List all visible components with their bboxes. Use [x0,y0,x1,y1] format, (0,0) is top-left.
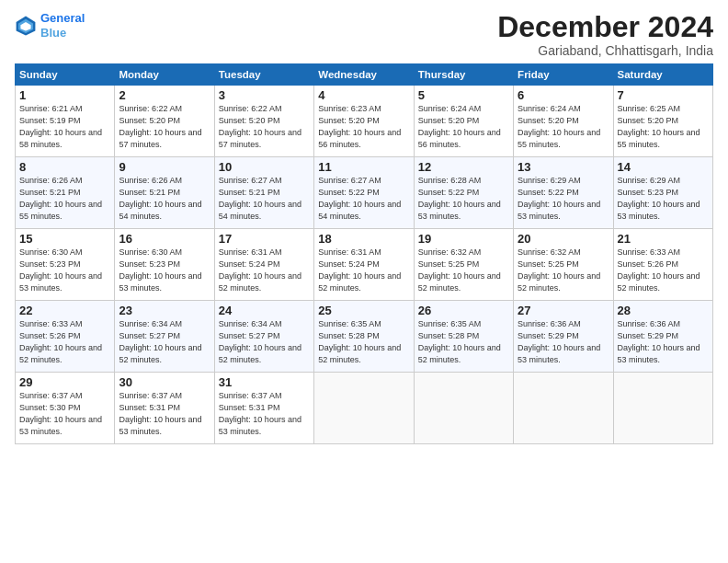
calendar-cell: 21Sunrise: 6:33 AMSunset: 5:26 PMDayligh… [613,229,712,301]
calendar-cell: 4Sunrise: 6:23 AMSunset: 5:20 PMDaylight… [314,86,414,157]
logo-icon [15,15,37,37]
day-number: 21 [618,232,709,246]
day-number: 23 [119,304,210,317]
day-number: 20 [518,232,609,246]
day-number: 22 [19,304,110,317]
day-number: 9 [119,160,210,174]
calendar-week-3: 15Sunrise: 6:30 AMSunset: 5:23 PMDayligh… [16,229,713,301]
day-number: 30 [119,375,210,389]
day-number: 12 [418,160,509,174]
calendar-cell: 26Sunrise: 6:35 AMSunset: 5:28 PMDayligh… [414,301,513,373]
calendar-cell: 29Sunrise: 6:37 AMSunset: 5:30 PMDayligh… [16,373,115,444]
cell-text: Sunrise: 6:21 AMSunset: 5:19 PMDaylight:… [19,104,102,149]
cell-text: Sunrise: 6:27 AMSunset: 5:21 PMDaylight:… [219,176,301,221]
header: GeneralBlue December 2024 Gariaband, Chh… [15,11,713,58]
day-number: 25 [318,304,409,317]
logo-text: GeneralBlue [40,11,85,40]
calendar-cell: 11Sunrise: 6:27 AMSunset: 5:22 PMDayligh… [314,157,414,229]
cell-text: Sunrise: 6:29 AMSunset: 5:22 PMDaylight:… [518,176,600,221]
calendar-cell: 1Sunrise: 6:21 AMSunset: 5:19 PMDaylight… [16,86,115,157]
calendar-cell [414,373,513,444]
weekday-header-wednesday: Wednesday [314,64,414,86]
day-number: 24 [219,304,310,317]
day-number: 28 [618,304,709,317]
cell-text: Sunrise: 6:35 AMSunset: 5:28 PMDaylight:… [418,319,501,364]
calendar-cell: 6Sunrise: 6:24 AMSunset: 5:20 PMDaylight… [514,86,613,157]
cell-text: Sunrise: 6:24 AMSunset: 5:20 PMDaylight:… [418,104,501,149]
day-number: 13 [518,160,609,174]
cell-text: Sunrise: 6:31 AMSunset: 5:24 PMDaylight:… [318,247,401,293]
cell-text: Sunrise: 6:37 AMSunset: 5:31 PMDaylight:… [219,391,301,436]
cell-text: Sunrise: 6:37 AMSunset: 5:31 PMDaylight:… [119,391,201,436]
cell-text: Sunrise: 6:24 AMSunset: 5:20 PMDaylight:… [518,104,600,149]
calendar-week-5: 29Sunrise: 6:37 AMSunset: 5:30 PMDayligh… [16,373,713,444]
cell-text: Sunrise: 6:36 AMSunset: 5:29 PMDaylight:… [618,319,700,364]
cell-text: Sunrise: 6:28 AMSunset: 5:22 PMDaylight:… [418,176,501,221]
cell-text: Sunrise: 6:32 AMSunset: 5:25 PMDaylight:… [418,247,501,293]
calendar-cell [314,373,414,444]
calendar-cell: 19Sunrise: 6:32 AMSunset: 5:25 PMDayligh… [414,229,513,301]
cell-text: Sunrise: 6:22 AMSunset: 5:20 PMDaylight:… [119,104,201,149]
calendar-body: 1Sunrise: 6:21 AMSunset: 5:19 PMDaylight… [16,86,713,444]
day-number: 26 [418,304,509,317]
cell-text: Sunrise: 6:27 AMSunset: 5:22 PMDaylight:… [318,176,401,221]
calendar-cell: 10Sunrise: 6:27 AMSunset: 5:21 PMDayligh… [214,157,313,229]
weekday-header-monday: Monday [115,64,214,86]
calendar-cell: 16Sunrise: 6:30 AMSunset: 5:23 PMDayligh… [115,229,214,301]
cell-text: Sunrise: 6:30 AMSunset: 5:23 PMDaylight:… [19,247,102,293]
day-number: 10 [219,160,310,174]
cell-text: Sunrise: 6:33 AMSunset: 5:26 PMDaylight:… [618,247,700,293]
calendar-cell: 9Sunrise: 6:26 AMSunset: 5:21 PMDaylight… [115,157,214,229]
day-number: 17 [219,232,310,246]
day-number: 2 [119,88,210,102]
weekday-header-friday: Friday [514,64,613,86]
calendar-cell: 14Sunrise: 6:29 AMSunset: 5:23 PMDayligh… [613,157,712,229]
cell-text: Sunrise: 6:34 AMSunset: 5:27 PMDaylight:… [119,319,201,364]
cell-text: Sunrise: 6:35 AMSunset: 5:28 PMDaylight:… [318,319,401,364]
day-number: 4 [318,88,409,102]
calendar-container: GeneralBlue December 2024 Gariaband, Chh… [0,0,728,452]
cell-text: Sunrise: 6:26 AMSunset: 5:21 PMDaylight:… [19,176,102,221]
day-number: 16 [119,232,210,246]
calendar-week-4: 22Sunrise: 6:33 AMSunset: 5:26 PMDayligh… [16,301,713,373]
cell-text: Sunrise: 6:29 AMSunset: 5:23 PMDaylight:… [618,176,700,221]
day-number: 14 [618,160,709,174]
calendar-cell: 31Sunrise: 6:37 AMSunset: 5:31 PMDayligh… [214,373,313,444]
calendar-week-1: 1Sunrise: 6:21 AMSunset: 5:19 PMDaylight… [16,86,713,157]
cell-text: Sunrise: 6:32 AMSunset: 5:25 PMDaylight:… [518,247,600,293]
calendar-cell: 27Sunrise: 6:36 AMSunset: 5:29 PMDayligh… [514,301,613,373]
cell-text: Sunrise: 6:30 AMSunset: 5:23 PMDaylight:… [119,247,201,293]
location-title: Gariaband, Chhattisgarh, India [497,43,713,58]
day-number: 19 [418,232,509,246]
cell-text: Sunrise: 6:31 AMSunset: 5:24 PMDaylight:… [219,247,301,293]
calendar-cell: 17Sunrise: 6:31 AMSunset: 5:24 PMDayligh… [214,229,313,301]
day-number: 18 [318,232,409,246]
calendar-cell: 23Sunrise: 6:34 AMSunset: 5:27 PMDayligh… [115,301,214,373]
logo: GeneralBlue [15,11,85,40]
day-number: 15 [19,232,110,246]
cell-text: Sunrise: 6:22 AMSunset: 5:20 PMDaylight:… [219,104,301,149]
day-number: 11 [318,160,409,174]
calendar-cell: 8Sunrise: 6:26 AMSunset: 5:21 PMDaylight… [16,157,115,229]
calendar-cell: 3Sunrise: 6:22 AMSunset: 5:20 PMDaylight… [214,86,313,157]
cell-text: Sunrise: 6:26 AMSunset: 5:21 PMDaylight:… [119,176,201,221]
calendar-cell [514,373,613,444]
calendar-cell: 24Sunrise: 6:34 AMSunset: 5:27 PMDayligh… [214,301,313,373]
weekday-header-tuesday: Tuesday [214,64,313,86]
calendar-cell: 18Sunrise: 6:31 AMSunset: 5:24 PMDayligh… [314,229,414,301]
calendar-cell: 12Sunrise: 6:28 AMSunset: 5:22 PMDayligh… [414,157,513,229]
calendar-header-row: SundayMondayTuesdayWednesdayThursdayFrid… [16,64,713,86]
weekday-header-sunday: Sunday [16,64,115,86]
calendar-cell: 20Sunrise: 6:32 AMSunset: 5:25 PMDayligh… [514,229,613,301]
cell-text: Sunrise: 6:33 AMSunset: 5:26 PMDaylight:… [19,319,102,364]
day-number: 6 [518,88,609,102]
month-title: December 2024 [497,11,713,43]
calendar-cell: 28Sunrise: 6:36 AMSunset: 5:29 PMDayligh… [613,301,712,373]
cell-text: Sunrise: 6:25 AMSunset: 5:20 PMDaylight:… [618,104,700,149]
calendar-cell: 30Sunrise: 6:37 AMSunset: 5:31 PMDayligh… [115,373,214,444]
day-number: 1 [19,88,110,102]
calendar-cell: 5Sunrise: 6:24 AMSunset: 5:20 PMDaylight… [414,86,513,157]
weekday-header-saturday: Saturday [613,64,712,86]
cell-text: Sunrise: 6:34 AMSunset: 5:27 PMDaylight:… [219,319,301,364]
weekday-header-thursday: Thursday [414,64,513,86]
